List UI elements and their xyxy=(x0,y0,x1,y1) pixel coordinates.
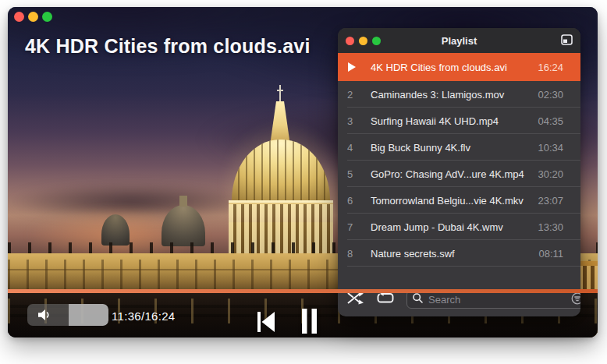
playlist-item-title: Nature secrets.swf xyxy=(371,248,532,260)
time-display: 11:36/16:24 xyxy=(112,309,175,323)
desktop: 4K HDR Cities from clouds.avi 11:36/16:2… xyxy=(0,0,607,364)
search-input[interactable] xyxy=(427,293,567,306)
playlist-item[interactable]: 7 Dream Jump - Dubai 4K.wmv 13:30 xyxy=(338,214,580,240)
playlist-item[interactable]: 2 Caminandes 3: Llamigos.mov 02:30 xyxy=(338,81,580,108)
search-filter-icon xyxy=(571,292,580,307)
playlist-item-duration: 30:20 xyxy=(538,168,563,180)
minimize-button[interactable] xyxy=(359,37,367,45)
playlist-item-duration: 13:30 xyxy=(538,221,563,233)
playlist-item-duration: 10:34 xyxy=(538,142,563,154)
playlist-item[interactable]: 4K HDR Cities from clouds.avi 16:24 xyxy=(338,53,580,81)
playlist-item[interactable]: 3 Surfing Hawaii 4K UHD.mp4 04:35 xyxy=(338,108,580,134)
playlist-item-number: 7 xyxy=(347,221,361,233)
close-button[interactable] xyxy=(14,12,24,22)
close-button[interactable] xyxy=(346,37,354,45)
previous-track-button[interactable] xyxy=(256,311,276,335)
pause-button[interactable] xyxy=(301,309,318,336)
search-icon xyxy=(413,292,423,306)
speaker-icon xyxy=(38,309,51,324)
pause-icon xyxy=(301,324,318,336)
playlist-item-duration: 23:07 xyxy=(538,195,563,207)
video-title-overlay: 4K HDR Cities from clouds.avi xyxy=(25,35,311,58)
playlist-item-number: 6 xyxy=(347,195,361,207)
playlist-item-number: 3 xyxy=(347,115,361,127)
zoom-button[interactable] xyxy=(372,37,381,45)
shuffle-icon xyxy=(347,292,364,307)
repeat-button[interactable] xyxy=(377,292,394,307)
zoom-button[interactable] xyxy=(42,12,52,22)
playlist-item-number: 8 xyxy=(347,248,361,260)
playlist-item-duration: 08:11 xyxy=(538,248,563,260)
playlist-item-title: Dream Jump - Dubai 4K.wmv xyxy=(371,221,531,233)
playlist-item-number: 4 xyxy=(347,142,361,154)
playlist-item[interactable]: 6 Tomorrowland Belgiu...vie 4K.mkv 23:07 xyxy=(338,187,580,214)
previous-track-icon xyxy=(256,323,276,335)
playlist-item[interactable]: 5 GoPro: Chasing AdV...ure 4K.mp4 30:20 xyxy=(338,161,580,187)
repeat-icon xyxy=(377,292,394,307)
playlist-item-number: 5 xyxy=(347,168,361,180)
playlist-item-title: GoPro: Chasing AdV...ure 4K.mp4 xyxy=(371,168,531,180)
playlist-item[interactable]: 8 Nature secrets.swf 08:11 xyxy=(338,240,580,267)
playlist-empty-area xyxy=(338,267,580,285)
window-controls xyxy=(14,12,52,22)
window-controls xyxy=(346,37,381,45)
playlist-item-title: Tomorrowland Belgiu...vie 4K.mkv xyxy=(371,195,531,207)
search-filter-button[interactable] xyxy=(571,292,580,307)
playlist-item-title: Caminandes 3: Llamigos.mov xyxy=(371,89,531,101)
playlist-item-title: Surfing Hawaii 4K UHD.mp4 xyxy=(371,115,531,127)
minimize-button[interactable] xyxy=(28,12,38,22)
playlist-item-duration: 02:30 xyxy=(538,89,563,101)
playlist-titlebar: Playlist xyxy=(338,28,580,53)
playlist-item[interactable]: 4 Big Buck Bunny 4K.flv 10:34 xyxy=(338,134,580,161)
volume-slider[interactable] xyxy=(27,304,108,326)
playlist-window: Playlist 4K HDR Cities from clouds.avi 1… xyxy=(338,28,580,316)
playlist-item-duration: 16:24 xyxy=(538,62,563,73)
playlist-item-title: Big Buck Bunny 4K.flv xyxy=(371,142,531,154)
shuffle-button[interactable] xyxy=(347,292,364,307)
now-playing-icon xyxy=(347,62,361,72)
dock-playlist-icon xyxy=(561,34,573,48)
playlist-item-title: 4K HDR Cities from clouds.avi xyxy=(371,62,531,73)
progress-bar[interactable] xyxy=(8,289,598,293)
playlist-item-number: 2 xyxy=(347,89,361,101)
volume-level xyxy=(69,304,108,326)
dock-playlist-button[interactable] xyxy=(561,34,573,48)
playlist-item-duration: 04:35 xyxy=(538,115,563,127)
